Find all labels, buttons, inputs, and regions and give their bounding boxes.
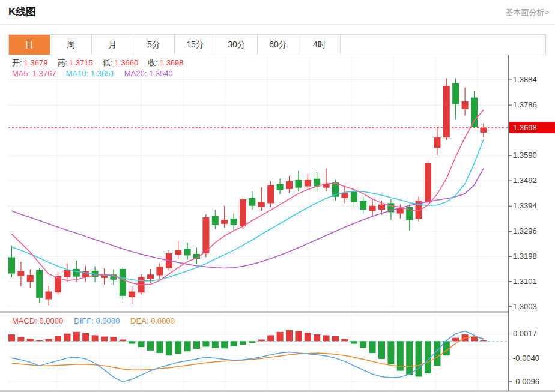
candle-body xyxy=(286,181,293,189)
candle-body xyxy=(341,193,348,198)
candle-body xyxy=(240,199,246,226)
candle-body xyxy=(425,163,431,202)
tab-day[interactable]: 日 xyxy=(9,35,50,55)
tab-4hour[interactable]: 4时 xyxy=(299,35,341,55)
candle-body xyxy=(212,216,219,225)
high-value: 1.3715 xyxy=(69,58,93,67)
macd-bar xyxy=(8,334,15,341)
macd-bar xyxy=(166,341,172,355)
macd-bar xyxy=(129,341,135,343)
candle-body xyxy=(221,220,228,223)
diff-value: DIFF: 0.0000 xyxy=(74,316,120,325)
candle-body xyxy=(73,269,80,277)
macd-bar xyxy=(36,340,43,341)
y-axis-label: 1.3198 xyxy=(513,252,537,261)
macd-bar xyxy=(452,338,459,342)
macd-bar xyxy=(184,341,191,351)
tab-60min[interactable]: 60分 xyxy=(258,35,299,55)
candle-body xyxy=(184,249,191,255)
macd-bar xyxy=(221,341,228,348)
ohlc-readout: 开:1.3679高:1.3715低:1.3660收:1.3698 xyxy=(12,58,193,68)
tab-5min[interactable]: 5分 xyxy=(133,35,175,55)
open-value: 1.3679 xyxy=(24,58,48,67)
tab-30min[interactable]: 30分 xyxy=(216,35,258,55)
candle-body xyxy=(434,137,440,148)
candle-body xyxy=(452,83,459,104)
macd-bar xyxy=(138,341,145,347)
current-price-badge: 1.3698 xyxy=(509,122,555,133)
macd-bar xyxy=(277,332,284,341)
macd-bar xyxy=(240,341,246,345)
macd-bar xyxy=(156,341,163,353)
candle-body xyxy=(8,258,15,274)
macd-bar xyxy=(305,333,311,341)
candle-body xyxy=(129,292,135,297)
macd-bar xyxy=(341,339,348,342)
y-axis-label: 1.3786 xyxy=(513,100,537,109)
period-tab-bar: 日 周 月 5分 15分 30分 60分 4时 xyxy=(8,34,546,55)
macd-bar xyxy=(92,335,99,341)
candle-body xyxy=(231,219,237,225)
macd-bar xyxy=(480,340,487,341)
ma5-line xyxy=(12,110,484,285)
tab-15min[interactable]: 15分 xyxy=(175,35,216,55)
macd-bar xyxy=(314,334,320,341)
ma5-readout: MA5: 1.3767 xyxy=(12,69,56,78)
macd-axis-label: -0.0096 xyxy=(513,377,539,386)
macd-bar xyxy=(295,331,302,341)
open-label: 开: xyxy=(12,58,22,67)
macd-bar xyxy=(406,341,413,375)
tab-week[interactable]: 周 xyxy=(50,35,92,55)
macd-bar xyxy=(258,340,265,342)
macd-bar xyxy=(55,336,61,341)
dea-value: DEA: 0.0000 xyxy=(130,316,175,325)
candle-body xyxy=(27,275,34,282)
y-axis-label: 1.3394 xyxy=(513,201,537,210)
candle-body xyxy=(46,292,52,300)
macd-bar xyxy=(378,341,385,359)
kline-page: K线图 基本面分析> 日 周 月 5分 15分 30分 60分 4时 开:1.3… xyxy=(0,0,555,392)
candle-body xyxy=(295,180,302,188)
candle-body xyxy=(480,128,487,133)
macd-readout: MACD: 0.0000DIFF: 0.0000DEA: 0.0000 xyxy=(12,316,175,325)
candle-body xyxy=(378,205,385,210)
candle-body xyxy=(175,250,181,255)
close-value: 1.3698 xyxy=(160,58,184,67)
ma20-readout: MA20: 1.3540 xyxy=(124,69,173,78)
macd-bar xyxy=(202,341,209,346)
macd-bar xyxy=(27,339,34,341)
candle-body xyxy=(202,217,209,253)
macd-bar xyxy=(175,341,181,354)
macd-bar xyxy=(212,341,219,348)
y-axis-label: 1.3003 xyxy=(513,302,537,311)
low-label: 低: xyxy=(103,58,113,67)
candle-body xyxy=(64,270,70,277)
tab-bar-filler xyxy=(341,35,545,55)
macd-bar xyxy=(82,333,89,341)
macd-bar xyxy=(332,336,339,341)
ma10-readout: MA10: 1.3651 xyxy=(66,69,115,78)
candle-body xyxy=(267,185,274,203)
candle-body xyxy=(397,208,404,214)
macd-axis-label: 0.0017 xyxy=(513,329,537,338)
macd-axis-label: -0.0040 xyxy=(513,354,539,363)
macd-bar xyxy=(267,335,274,341)
candle-body xyxy=(17,271,24,276)
macd-bar xyxy=(360,341,366,348)
macd-bar xyxy=(147,341,154,350)
macd-bar xyxy=(73,332,80,341)
macd-bar xyxy=(369,341,376,353)
candle-body xyxy=(360,201,366,210)
tab-month[interactable]: 月 xyxy=(92,35,133,55)
low-value: 1.3660 xyxy=(114,58,138,67)
y-axis-label: 1.3492 xyxy=(513,176,537,185)
candle-body xyxy=(369,206,376,211)
macd-bar xyxy=(351,341,357,343)
macd-bar xyxy=(120,340,126,342)
macd-bar xyxy=(286,330,293,341)
macd-bar xyxy=(249,341,255,343)
candle-body xyxy=(120,269,126,296)
candle-body xyxy=(258,202,265,207)
macd-bar xyxy=(64,334,70,342)
macd-bar xyxy=(17,337,24,341)
